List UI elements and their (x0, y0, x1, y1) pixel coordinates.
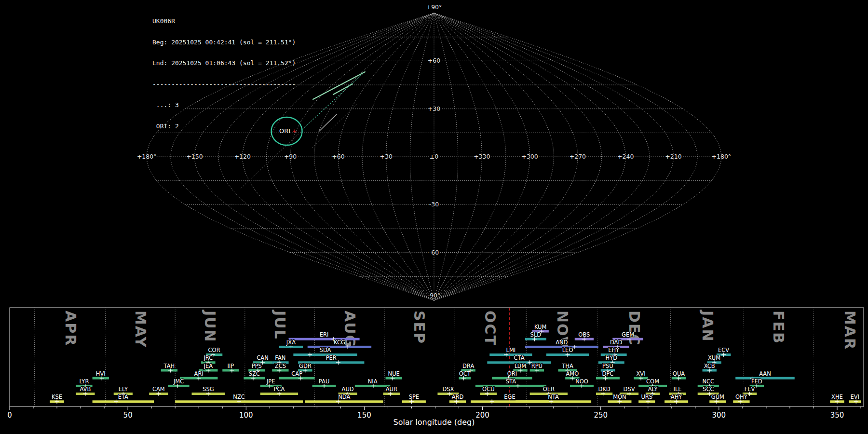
shower-label-ORI: ORI (507, 370, 517, 377)
shower-label-DKD: DKD (598, 386, 610, 393)
shower-bar-NDA (305, 400, 383, 403)
shower-peak-SDA (308, 353, 312, 357)
timeline-chart: APRMAYJUNJULAUGSEPOCTNOVDECJANFEBMARKUME… (0, 304, 868, 434)
shower-label-NTA: NTA (548, 393, 559, 400)
month-label: APR (62, 311, 79, 346)
shower-bar-ERI (289, 338, 360, 340)
shower-label-GDR: GDR (299, 363, 312, 369)
shower-bar-LMI (489, 353, 532, 356)
separator: -------------------------------------- (152, 81, 296, 88)
shower-bar-SPE (402, 400, 426, 403)
ra-label: +150 (186, 153, 203, 160)
shower-bar-ETA (93, 400, 154, 403)
shower-label-STA: STA (506, 378, 516, 385)
station-id: UK006R (152, 18, 296, 25)
month-label: JAN (699, 310, 716, 342)
shower-label-LUM: LUM (515, 363, 526, 369)
shower-label-DAD: DAD (610, 339, 623, 346)
shower-label-ETA: ETA (118, 393, 128, 400)
shower-label-NIA: NIA (368, 378, 378, 385)
ra-label: +180° (712, 153, 732, 160)
shower-label-AUR: AUR (386, 386, 397, 393)
shower-label-XHE: XHE (831, 393, 843, 400)
shower-label-ERI: ERI (320, 331, 329, 338)
shower-label-MON: MON (613, 393, 626, 400)
meteor-trail (312, 103, 358, 148)
shower-label-JMC: JMC (173, 378, 184, 385)
ra-label: +30 (380, 153, 393, 160)
shower-label-SCC: SCC (703, 386, 714, 393)
shower-label-ZCS: ZCS (275, 363, 286, 369)
shower-label-NDA: NDA (338, 393, 350, 400)
ra-label: +60 (332, 153, 344, 160)
shower-label-AVB: AVB (80, 386, 91, 393)
shower-label-SLD: SLD (530, 331, 542, 338)
month-label: MAR (841, 311, 858, 350)
shower-label-CAN: CAN (257, 354, 269, 361)
declination-label: -30 (429, 201, 439, 208)
shower-label-GEM: GEM (622, 331, 634, 338)
shower-label-CAP: CAP (291, 370, 302, 377)
shower-label-ILE: ILE (674, 386, 682, 393)
shower-label-ECV: ECV (718, 347, 729, 353)
shower-label-SDA: SDA (320, 347, 331, 353)
declination-label: -90° (428, 292, 441, 299)
shower-label-KUM: KUM (534, 324, 547, 330)
shower-label-EGE: EGE (504, 393, 515, 400)
shower-label-FED: FED (751, 378, 762, 385)
shower-label-ALY: ALY (648, 386, 658, 393)
shower-label-COR: COR (208, 347, 220, 353)
shower-label-PSU: PSU (602, 363, 613, 369)
shower-label-SZC: SZC (249, 370, 260, 377)
shower-label-XCB: XCB (704, 363, 715, 369)
meteor-trail (302, 73, 363, 129)
meteor-observation-screen: { "info": { "lines": [ "UK006R", "Beg: 2… (0, 0, 868, 434)
shower-label-PER: PER (326, 354, 337, 361)
shower-label-ARI: ARI (194, 370, 203, 377)
shower-label-OHY: OHY (735, 393, 748, 400)
shower-label-OER: OER (543, 386, 555, 393)
shower-bar-AAN (735, 377, 795, 380)
declination-label: -60 (429, 249, 439, 256)
end-time: End: 20251025 01:06:43 (sol = 211.52°) (152, 60, 296, 67)
shower-label-DPC: DPC (602, 370, 614, 377)
shower-label-SPE: SPE (409, 393, 420, 400)
shower-label-TAH: TAH (163, 363, 175, 369)
ra-label: +270 (570, 153, 586, 160)
shower-label-AND: AND (556, 339, 568, 346)
shower-label-JPE: JPE (266, 378, 275, 385)
shower-label-FAN: FAN (275, 354, 285, 361)
month-label: FEB (770, 311, 787, 344)
month-label: JUN (202, 310, 218, 343)
declination-label: +60 (428, 57, 440, 64)
shower-label-ARD: ARD (452, 393, 464, 400)
shower-label-LEO: LEO (562, 347, 573, 353)
shower-label-AAN: AAN (759, 370, 771, 377)
ra-label: +300 (521, 153, 538, 160)
shower-bar-DPC (596, 377, 620, 380)
meteor-trail (319, 114, 337, 131)
shower-label-EHY: EHY (608, 347, 620, 353)
shower-bar-NTA (515, 400, 591, 403)
shower-label-NUE: NUE (388, 370, 400, 377)
shower-label-AMO: AMO (566, 370, 579, 377)
shower-label-PAU: PAU (319, 378, 329, 385)
shower-label-COM: COM (646, 378, 659, 385)
ra-label: +90 (284, 153, 297, 160)
shower-bar-SDA (293, 353, 357, 356)
month-label: DEC (626, 311, 643, 346)
shower-label-URS: URS (641, 393, 652, 400)
shower-label-OCT: OCT (459, 370, 471, 377)
shower-label-GUM: GUM (711, 393, 724, 400)
count-ori: ORI: 2 (152, 123, 296, 130)
x-axis-label: Solar longitude (deg) (0, 418, 868, 427)
declination-label: +90° (426, 3, 442, 11)
shower-label-SSG: SSG (203, 386, 214, 393)
shower-label-IIP: IIP (228, 363, 234, 369)
shower-label-DSX: DSX (442, 386, 454, 393)
shower-peak-PER (336, 360, 340, 365)
shower-label-CAM: CAM (152, 386, 165, 393)
month-label: SEP (411, 311, 428, 344)
shower-label-PCA: PCA (274, 386, 285, 393)
shower-label-JXA: JXA (286, 339, 296, 346)
